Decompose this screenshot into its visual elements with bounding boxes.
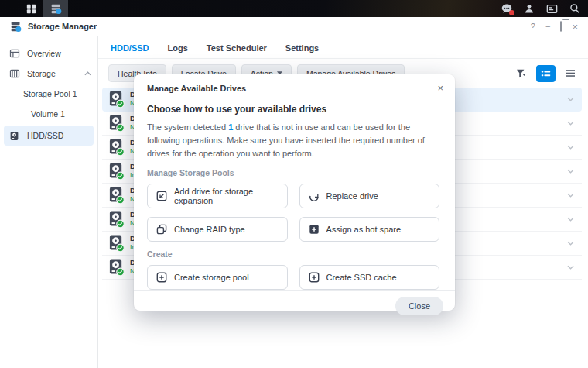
tab-logs[interactable]: Logs [168, 43, 188, 53]
tab-bar: HDD/SSD Logs Test Scheduler Settings [98, 36, 588, 59]
raid-layers-icon [156, 224, 167, 235]
sidebar-item-label: Volume 1 [31, 109, 65, 119]
storage-icon [9, 68, 21, 79]
card-view-button[interactable] [536, 65, 556, 82]
taskbar-storage-manager-button[interactable] [43, 0, 68, 17]
sidebar-item-label: Overview [27, 49, 61, 58]
chevron-down-icon[interactable] [567, 121, 574, 126]
option-label: Assign as hot spare [326, 225, 402, 234]
storage-manager-icon [10, 21, 22, 33]
add-drive-expansion-button[interactable]: Add drive for storage expansion [147, 184, 288, 208]
sidebar-item-label: Storage [27, 69, 56, 78]
tab-hdd-ssd[interactable]: HDD/SSD [111, 43, 149, 53]
section-label-manage-storage-pools: Manage Storage Pools [147, 168, 439, 177]
restore-icon [560, 21, 562, 32]
sidebar: Overview Storage Storage Pool 1 Volume 1… [0, 36, 98, 368]
notification-badge [509, 10, 514, 15]
dialog-description: The system detected 1 drive that is not … [147, 121, 439, 160]
section-label-create: Create [147, 249, 439, 259]
drive-ok-icon [108, 210, 125, 229]
tab-test-scheduler[interactable]: Test Scheduler [207, 43, 267, 53]
sidebar-item-overview[interactable]: Overview [0, 43, 97, 64]
search-icon[interactable] [569, 3, 580, 14]
help-button[interactable]: ? [531, 22, 535, 31]
option-label: Create SSD cache [326, 273, 397, 282]
filter-button[interactable] [511, 65, 531, 82]
chevron-up-icon[interactable] [84, 71, 91, 76]
restore-button[interactable] [560, 22, 562, 31]
chevron-down-icon[interactable] [567, 241, 574, 246]
drive-ok-icon [108, 162, 125, 181]
plus-box-icon [156, 272, 167, 283]
widgets-icon[interactable] [546, 3, 558, 15]
chevron-down-icon[interactable] [567, 217, 574, 222]
dialog-title: Manage Available Drives [147, 84, 246, 93]
close-window-button[interactable]: × [572, 22, 578, 32]
sidebar-item-volume-1[interactable]: Volume 1 [0, 104, 97, 124]
sidebar-item-storage[interactable]: Storage [0, 64, 97, 84]
tab-settings[interactable]: Settings [285, 43, 319, 53]
chevron-down-icon[interactable] [567, 145, 574, 150]
window-title: Storage Manager [28, 22, 97, 31]
dialog-close-icon[interactable]: × [437, 83, 443, 93]
description-text: The system detected [147, 122, 228, 132]
app-grid-icon [26, 4, 36, 14]
hdd-icon [9, 131, 21, 141]
replace-drive-button[interactable]: Replace drive [299, 184, 440, 208]
chevron-down-icon[interactable] [567, 265, 574, 270]
notifications-icon[interactable] [501, 3, 512, 14]
dialog-heading: Choose how to use your available drives [147, 104, 439, 115]
option-label: Add drive for storage expansion [174, 187, 279, 205]
create-ssd-cache-button[interactable]: Create SSD cache [299, 265, 440, 290]
main-menu-button[interactable] [19, 0, 43, 17]
minimize-button[interactable]: − [545, 22, 550, 31]
hot-spare-icon [309, 224, 320, 235]
drive-ok-icon [108, 258, 125, 277]
drive-ok-icon [108, 138, 125, 156]
create-storage-pool-button[interactable]: Create storage pool [147, 265, 288, 290]
chevron-down-icon[interactable] [567, 193, 574, 198]
change-raid-type-button[interactable]: Change RAID type [147, 217, 288, 242]
option-label: Create storage pool [174, 273, 249, 282]
desktop-taskbar [0, 0, 588, 17]
window-titlebar: Storage Manager ? − × [0, 17, 588, 36]
expand-drive-icon [156, 191, 167, 201]
drive-ok-icon [108, 234, 125, 253]
chevron-down-icon[interactable] [567, 97, 574, 101]
sidebar-item-label: HDD/SSD [27, 131, 63, 140]
drive-ok-icon [108, 186, 125, 205]
drive-ok-icon [108, 114, 125, 132]
sidebar-item-hdd-ssd[interactable]: HDD/SSD [4, 126, 94, 146]
option-label: Change RAID type [174, 225, 245, 234]
refresh-icon [309, 191, 320, 201]
manage-available-drives-dialog: Manage Available Drives × Choose how to … [134, 74, 455, 311]
sidebar-item-label: Storage Pool 1 [23, 89, 77, 98]
option-label: Replace drive [326, 191, 378, 201]
drive-ok-icon [108, 90, 125, 108]
close-button[interactable]: Close [395, 297, 443, 315]
assign-hot-spare-button[interactable]: Assign as hot spare [299, 217, 440, 242]
chevron-down-icon[interactable] [567, 169, 574, 174]
overview-icon [9, 48, 21, 59]
list-view-button[interactable] [561, 65, 580, 82]
user-icon[interactable] [524, 3, 535, 14]
storage-manager-icon [50, 3, 62, 15]
plus-box-icon [309, 272, 320, 283]
sidebar-item-storage-pool-1[interactable]: Storage Pool 1 [0, 84, 97, 104]
